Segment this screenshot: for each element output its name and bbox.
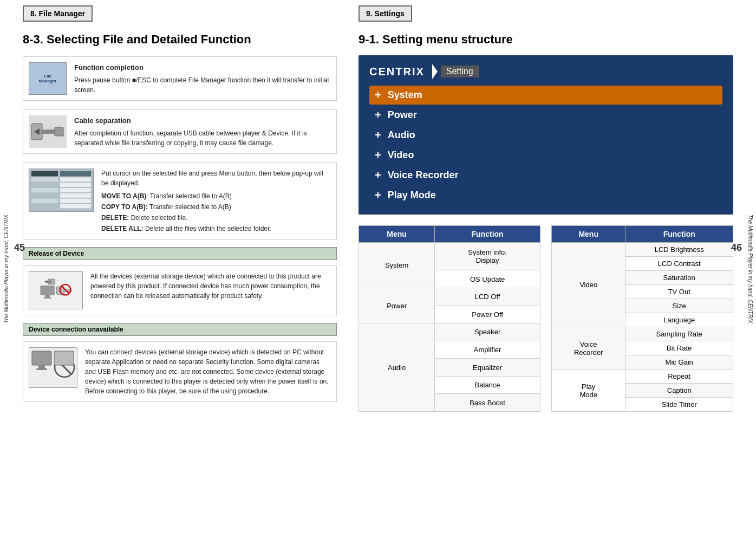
- menu-item-system[interactable]: + System: [369, 86, 722, 105]
- svg-rect-18: [60, 204, 91, 209]
- svg-rect-12: [60, 188, 91, 192]
- function-balance: Balance: [435, 376, 540, 394]
- centrix-setting-label: Setting: [441, 66, 479, 77]
- table2-header-menu: Menu: [552, 226, 625, 243]
- menu-video: Video: [552, 243, 625, 327]
- device-unavail-header: Device connection unavailable: [23, 323, 337, 336]
- popup-menu-text: Put cursor on the selected file and pres…: [101, 168, 331, 234]
- svg-rect-23: [45, 295, 49, 297]
- menu-item-play-mode-label: Play Mode: [388, 190, 436, 201]
- release-section: Release of Device: [23, 247, 337, 315]
- function-amplifier: Amplifier: [435, 341, 540, 359]
- svg-rect-6: [60, 171, 91, 177]
- table1-header-function: Function: [435, 226, 540, 243]
- svg-rect-17: [31, 204, 58, 209]
- svg-rect-8: [60, 177, 91, 182]
- popup-menu-item-4: DELETE ALL: Delete all the files within …: [101, 224, 331, 234]
- menu-item-play-mode[interactable]: + Play Mode: [369, 186, 722, 205]
- plus-icon-video: +: [375, 149, 381, 161]
- menu-power: Power: [359, 288, 435, 323]
- menu-item-power-label: Power: [388, 109, 417, 121]
- svg-rect-19: [48, 279, 55, 284]
- function-table-container: Menu Function System System info.Display…: [359, 225, 733, 412]
- menu-item-audio[interactable]: + Audio: [369, 126, 722, 145]
- cable-separation-body: After completion of function, separate U…: [74, 128, 331, 148]
- menu-item-video[interactable]: + Video: [369, 146, 722, 165]
- right-panel: 46 9. Settings 9-1. Setting menu structu…: [348, 0, 744, 538]
- release-content: All the devices (external storage device…: [23, 265, 337, 315]
- menu-item-system-label: System: [388, 89, 422, 101]
- svg-rect-9: [31, 183, 58, 187]
- menu-item-voice-recorder[interactable]: + Voice Recorder: [369, 166, 722, 185]
- right-section-header: 9. Settings: [359, 5, 412, 22]
- function-size: Size: [625, 299, 733, 313]
- no-device-icon: [29, 271, 83, 309]
- centrix-header: CENTRIX Setting: [369, 64, 722, 79]
- function-completion-body: Press pause button ■/ESC to complete Fil…: [74, 75, 331, 95]
- function-bit-rate: Bit Rate: [625, 341, 733, 355]
- menu-audio: Audio: [359, 323, 435, 412]
- svg-rect-30: [38, 365, 45, 368]
- svg-rect-2: [55, 127, 63, 136]
- table-row: Audio Speaker: [359, 323, 540, 341]
- menu-system: System: [359, 243, 435, 288]
- page-number-right: 46: [731, 242, 742, 254]
- menu-item-power[interactable]: + Power: [369, 106, 722, 125]
- popup-menu-item-2: COPY TO A(B): Transfer selected file to …: [101, 202, 331, 212]
- table1-header-menu: Menu: [359, 226, 435, 243]
- menu-voice-recorder: VoiceRecorder: [552, 327, 625, 370]
- left-sidebar-text: The Multimedia Player in my hand, CENTRI…: [3, 215, 9, 323]
- device-unavail-icon: [29, 347, 77, 388]
- svg-rect-22: [41, 286, 54, 295]
- function-completion-title: Function completion: [74, 62, 331, 73]
- svg-rect-34: [54, 351, 74, 365]
- menu-play-mode: PlayMode: [552, 370, 625, 412]
- menu-item-voice-recorder-label: Voice Recorder: [388, 170, 459, 181]
- table-row: Video LCD Brightness: [552, 243, 733, 257]
- function-os-update: OS Update: [435, 270, 540, 288]
- left-section-title: 8-3. Selecting File and Detailed Functio…: [23, 33, 337, 47]
- table-row: System System info.Display: [359, 243, 540, 270]
- page-number-left: 45: [14, 242, 25, 254]
- function-table-2: Menu Function Video LCD Brightness LCD C…: [551, 225, 733, 412]
- plus-icon-power: +: [375, 109, 381, 121]
- svg-rect-7: [31, 177, 58, 182]
- left-panel: 45 8. File Manager 8-3. Selecting File a…: [12, 0, 348, 538]
- function-lcd-contrast: LCD Contrast: [625, 257, 733, 271]
- function-speaker: Speaker: [435, 323, 540, 341]
- function-language: Language: [625, 313, 733, 327]
- cable-separation-block: Cable separation After completion of fun…: [23, 109, 337, 154]
- release-body: All the devices (external storage device…: [90, 271, 331, 309]
- cable-separation-text: Cable separation After completion of fun…: [74, 115, 331, 148]
- function-equalizer: Equalizer: [435, 359, 540, 377]
- svg-rect-29: [32, 351, 51, 365]
- centrix-menu: CENTRIX Setting + System + Power + Audio: [359, 55, 733, 215]
- table-row: VoiceRecorder Sampling Rate: [552, 327, 733, 341]
- table-row: PlayMode Repeat: [552, 370, 733, 384]
- popup-menu-block: Put cursor on the selected file and pres…: [23, 163, 337, 239]
- svg-rect-16: [60, 199, 91, 203]
- popup-menu-item-1: MOVE TO A(B): Transfer selected file to …: [101, 191, 331, 201]
- device-unavail-content: You can connect devices (external storag…: [23, 341, 337, 402]
- function-system-info: System info.Display: [435, 243, 540, 270]
- centrix-slash-icon: [432, 64, 438, 79]
- svg-marker-21: [44, 280, 48, 283]
- function-tv-out: TV Out: [625, 285, 733, 299]
- left-section-header: 8. File Manager: [23, 5, 93, 22]
- right-sidebar: The Multimedia Player in my hand, CENTRI…: [744, 0, 756, 538]
- function-saturation: Saturation: [625, 271, 733, 285]
- function-completion-text: Function completion Press pause button ■…: [74, 62, 331, 95]
- function-repeat: Repeat: [625, 370, 733, 384]
- usb-cable-icon: [29, 115, 67, 148]
- svg-rect-14: [60, 193, 91, 198]
- svg-rect-13: [31, 193, 58, 198]
- menu-item-audio-label: Audio: [388, 129, 415, 141]
- file-manager-icon: FileManager: [29, 62, 67, 95]
- function-caption: Caption: [625, 384, 733, 398]
- device-unavail-body: You can connect devices (external storag…: [85, 347, 331, 396]
- function-sampling-rate: Sampling Rate: [625, 327, 733, 341]
- right-section-title: 9-1. Setting menu structure: [359, 33, 733, 47]
- svg-rect-11: [31, 188, 58, 192]
- left-sidebar: The Multimedia Player in my hand, CENTRI…: [0, 0, 12, 538]
- menu-item-video-label: Video: [388, 150, 414, 161]
